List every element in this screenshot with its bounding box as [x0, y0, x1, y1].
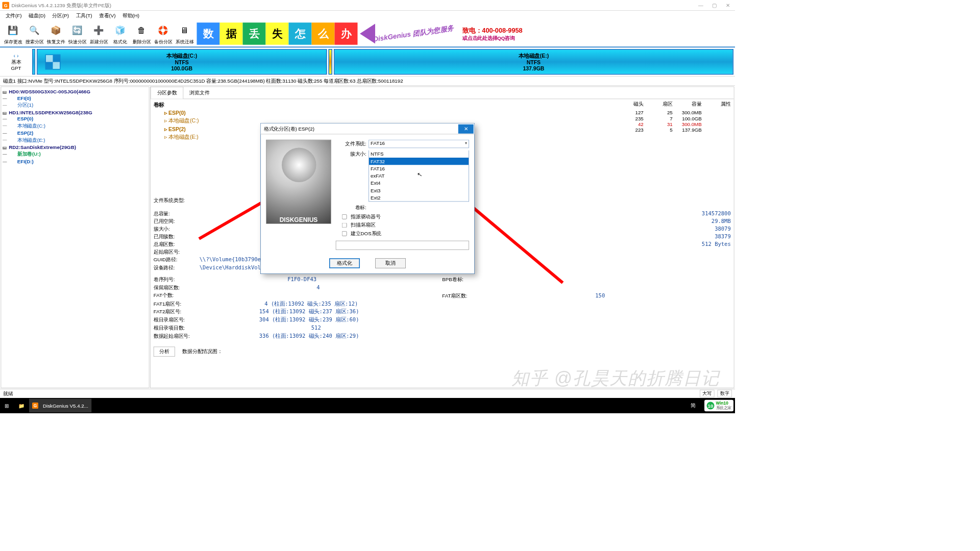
ad-char-0: 数 — [197, 22, 220, 45]
cancel-button[interactable]: 取消 — [375, 258, 406, 268]
filesystem-dropdown[interactable]: NTFSFAT32FAT16exFATExt4Ext3Ext2 — [369, 151, 469, 202]
ad-arrow-icon — [360, 24, 375, 44]
tree-item[interactable]: ESP(2) — [2, 130, 149, 136]
tab-browse-files[interactable]: 浏览文件 — [183, 87, 215, 98]
maximize-button[interactable]: ▢ — [712, 3, 718, 8]
status-text: 就绪 — [3, 390, 13, 397]
tab-partition-params[interactable]: 分区参数 — [151, 87, 184, 99]
toolbar-6[interactable]: 🗑删除分区 — [131, 22, 153, 45]
filesystem-label: 文件系统: — [336, 140, 366, 147]
disk-info-line: 磁盘1 接口:NVMe 型号:INTELSSDPEKKW256G8 序列号:00… — [0, 77, 735, 86]
toolbar-0[interactable]: 💾保存更改 — [3, 22, 24, 45]
ad-char-4: 怎 — [289, 22, 312, 45]
tree-item[interactable]: HD1:INTELSSDPEKKW256G8(238G — [2, 109, 149, 116]
file-explorer-button[interactable]: 📁 — [15, 399, 29, 413]
table-row[interactable]: 4231300.0MB — [617, 121, 731, 127]
table-row[interactable]: 12725300.0MB — [617, 110, 731, 115]
toolbar-8[interactable]: 🖥系统迁移 — [174, 22, 195, 45]
nav-arrows-icon[interactable]: ‹ › — [14, 53, 19, 59]
dialog-close-button[interactable]: ✕ — [458, 124, 474, 133]
ad-char-3: 失 — [266, 22, 289, 45]
table-row[interactable]: 2357100.0GB — [617, 116, 731, 121]
menu-disk[interactable]: 磁盘(D) — [26, 12, 48, 20]
fs-option-fat32[interactable]: FAT32 — [369, 158, 469, 165]
menu-file[interactable]: 文件(F) — [3, 12, 25, 20]
partition-block-e[interactable]: 本地磁盘(E:)NTFS137.9GB — [334, 49, 733, 74]
toolbar-7[interactable]: 🛟备份分区 — [153, 22, 174, 45]
ad-contact[interactable]: 致电：400-008-9958 或点击此处选择QQ咨询 — [462, 26, 523, 42]
ad-slogan: DiskGenius 团队为您服务 — [373, 23, 454, 44]
win10-badge: 10 Win10 系统之家 — [704, 400, 733, 412]
tree-item[interactable]: EFI(0) — [2, 95, 149, 102]
close-button[interactable]: ✕ — [726, 3, 731, 8]
disk-type-label: 基本 — [11, 59, 21, 66]
toolbar-1[interactable]: 🔍搜索分区 — [24, 22, 45, 45]
window-title: DiskGenius V5.4.2.1239 免费版(单文件PE版) — [12, 2, 699, 9]
menu-tools[interactable]: 工具(T) — [73, 12, 95, 20]
minimize-button[interactable]: — — [698, 3, 704, 8]
menu-view[interactable]: 查看(V) — [96, 12, 119, 20]
status-caps: 大写 — [700, 390, 715, 397]
tree-item[interactable]: 本地磁盘(C:) — [2, 122, 149, 130]
tray-lang[interactable]: 简 — [688, 399, 701, 413]
status-num: 数字 — [718, 390, 732, 397]
partition-block-esp2[interactable] — [328, 49, 332, 74]
fs-option-ntfs[interactable]: NTFS — [369, 151, 469, 158]
toolbar-3[interactable]: 🔄快速分区 — [67, 22, 88, 45]
taskbar-app-diskgenius[interactable]: G DiskGenius V5.4.2... — [29, 399, 91, 413]
allocation-label: 数据分配情况图： — [182, 348, 222, 354]
ad-char-2: 丢 — [243, 22, 266, 45]
taskbar: ⊞ 📁 G DiskGenius V5.4.2... 简 10 Win10 系统… — [0, 398, 735, 413]
tree-item[interactable]: RD2:SanDiskExtreme(29GB) — [2, 144, 149, 151]
cluster-size-label: 簇大小: — [336, 151, 366, 158]
app-icon: G — [3, 2, 10, 9]
filesystem-select[interactable]: FAT16▾ — [369, 140, 469, 148]
chevron-down-icon: ▾ — [465, 141, 467, 145]
toolbar: 💾保存更改🔍搜索分区📦恢复文件🔄快速分区➕新建分区🧊格式化🗑删除分区🛟备份分区🖥… — [0, 21, 735, 48]
volume-label-label: 卷标: — [336, 204, 366, 211]
fs-option-exfat[interactable]: exFAT — [369, 172, 469, 180]
start-button[interactable]: ⊞ — [2, 399, 15, 413]
toolbar-2[interactable]: 📦恢复文件 — [45, 22, 67, 45]
fs-option-ext3[interactable]: Ext3 — [369, 187, 469, 194]
fs-option-ext4[interactable]: Ext4 — [369, 180, 469, 187]
volume-input[interactable] — [336, 241, 469, 250]
col-attr: 属性 — [704, 101, 731, 108]
toolbar-5[interactable]: 🧊格式化 — [110, 22, 131, 45]
col-heads: 磁头 — [617, 101, 644, 108]
tree-item[interactable]: ESP(0) — [2, 116, 149, 122]
watermark: 知乎 @孔昊天的折腾日记 — [511, 367, 720, 391]
disk-tree[interactable]: HD0:WDS500G3X0C-00SJG0(466GEFI(0)分区(1)HD… — [1, 87, 150, 388]
tree-item[interactable]: 新加卷(U:) — [2, 151, 149, 158]
partition-block-c[interactable]: 本地磁盘(C:)NTFS100.0GB — [37, 49, 327, 74]
tree-item[interactable]: EFI(D:) — [2, 158, 149, 165]
partition-style-label: GPT — [11, 65, 21, 71]
table-row[interactable]: 2235137.9GB — [617, 127, 731, 133]
assign-drive-checkbox[interactable] — [342, 214, 347, 219]
tree-item[interactable]: 本地磁盘(E:) — [2, 136, 149, 144]
dialog-hdd-image: DISKGENIUS — [266, 140, 331, 224]
fs-option-fat16[interactable]: FAT16 — [369, 165, 469, 172]
fs-option-ext2[interactable]: Ext2 — [369, 194, 469, 201]
format-button[interactable]: 格式化 — [329, 258, 360, 268]
scan-bad-sectors-checkbox[interactable] — [342, 222, 347, 228]
analyze-button[interactable]: 分析 — [154, 347, 175, 357]
windows-logo-icon — [45, 54, 61, 69]
col-capacity: 容量 — [675, 101, 702, 108]
dialog-title: 格式化分区(卷) ESP(2) — [264, 126, 458, 133]
format-dialog: 格式化分区(卷) ESP(2) ✕ DISKGENIUS 文件系统: FAT16… — [260, 123, 475, 274]
menu-help[interactable]: 帮助(H) — [119, 12, 142, 20]
menu-partition[interactable]: 分区(P) — [49, 12, 72, 20]
tree-item[interactable]: HD0:WDS500G3X0C-00SJG0(466G — [2, 88, 149, 95]
partition-bar: ‹ › 基本 GPT 本地磁盘(C:)NTFS100.0GB 本地磁盘(E:)N… — [0, 47, 735, 77]
partition-block-esp0[interactable] — [32, 49, 35, 74]
ad-banner: 数据丢失怎么办 DiskGenius 团队为您服务 致电：400-008-995… — [197, 22, 523, 45]
ad-char-5: 么 — [312, 22, 335, 45]
window-titlebar: G DiskGenius V5.4.2.1239 免费版(单文件PE版) — ▢… — [0, 0, 735, 11]
tree-item[interactable]: 分区(1) — [2, 102, 149, 109]
col-sectors: 扇区 — [646, 101, 673, 108]
create-dos-checkbox[interactable] — [342, 231, 347, 236]
toolbar-4[interactable]: ➕新建分区 — [88, 22, 110, 45]
ad-char-1: 据 — [220, 22, 243, 45]
menu-bar: 文件(F) 磁盘(D) 分区(P) 工具(T) 查看(V) 帮助(H) — [0, 11, 735, 21]
